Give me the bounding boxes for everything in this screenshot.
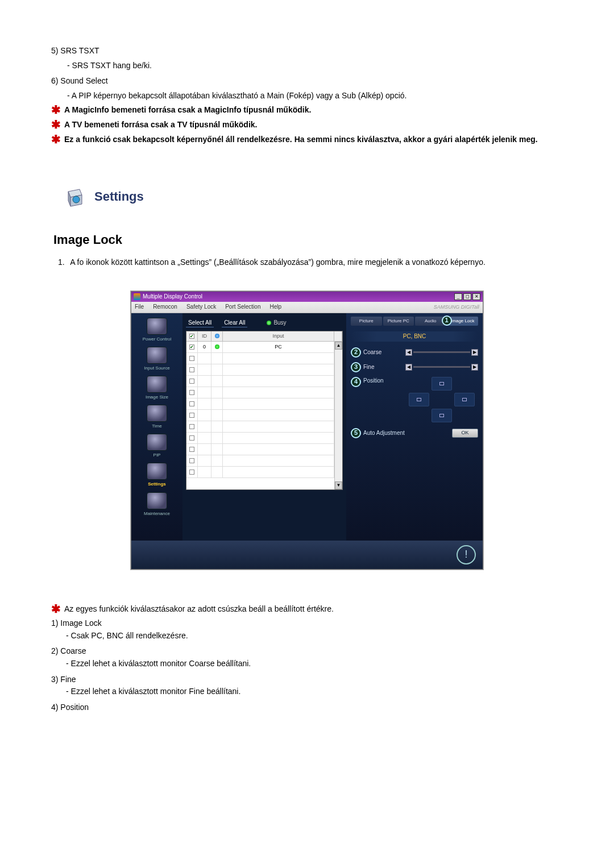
menu-safety[interactable]: Safety Lock [186,303,216,311]
desc-item-1: 1) Image Lock [51,618,563,629]
step-list: 1. A fo ikonok között kattintson a „Sett… [51,257,563,268]
settings-cube-icon [63,185,86,209]
tab-imagelock[interactable]: 1 Image Lock [447,317,479,326]
step-1-number: 1. [58,257,68,268]
position-up-button[interactable] [432,377,452,391]
app-title: Multiple Display Control [143,293,454,301]
desc-item-4: 4) Position [51,702,563,713]
desc-3-title: Fine [60,675,76,684]
desc-item-2: 2) Coarse [51,646,563,657]
star-icon: ✱ [51,106,61,114]
list-item-6: 6) Sound Select [51,76,563,87]
grid-row[interactable] [186,455,342,467]
checkbox-icon[interactable] [189,390,194,395]
position-left-button[interactable] [409,393,429,406]
checkbox-icon[interactable] [189,379,194,384]
position-left-icon [417,398,421,401]
app-sidebar: Power Control Input Source Image Size Ti… [131,313,182,541]
coarse-slider[interactable]: ◀ ▶ [405,349,478,356]
checkbox-icon [189,334,194,339]
note-slider: ✱ Az egyes funkciók kiválasztásakor az a… [51,604,563,615]
app-titlebar: Multiple Display Control _ ◻ ✕ [131,292,483,302]
app-status-strip: ! [131,541,483,569]
checkbox-icon[interactable] [189,424,194,429]
checkbox-icon[interactable] [189,367,194,372]
checkbox-icon[interactable] [189,435,194,441]
app-main: Power Control Input Source Image Size Ti… [131,313,483,541]
sidebar-item-size[interactable]: Image Size [132,373,181,402]
menu-help[interactable]: Help [269,303,281,311]
desc-1-number: 1) [51,618,58,628]
grid-header-input: Input [223,331,334,341]
menu-file[interactable]: File [135,303,144,311]
time-icon [147,405,167,422]
settings-heading: Settings [94,188,144,206]
grid-header-scroll [334,331,342,341]
scroll-up-icon[interactable]: ▲ [335,342,342,350]
checkbox-icon[interactable] [189,356,194,361]
display-grid: ID Input 0 PC [186,331,343,490]
desc-4-number: 4) [51,703,58,712]
tab-picturepc[interactable]: Picture PC [383,317,414,326]
grid-row[interactable]: 0 PC [186,342,342,353]
grid-row[interactable] [186,353,342,364]
note-poweron-text: Ez a funkció csak bekapcsolt képernyőnél… [64,134,538,146]
minimize-button[interactable]: _ [454,293,462,300]
desc-1-sub: - Csak PC, BNC áll rendelkezésre. [51,630,563,642]
menu-remocon[interactable]: Remocon [153,303,177,311]
app-icon [134,293,140,300]
fine-slider[interactable]: ◀ ▶ [405,364,478,371]
sidebar-label-maintenance: Maintenance [132,510,181,517]
menu-port[interactable]: Port Selection [225,303,260,311]
sidebar-item-settings[interactable]: Settings [132,460,181,489]
slider-track[interactable] [413,366,470,368]
grid-scrollbar[interactable]: ▲ ▼ [334,342,342,489]
status-icon [215,334,219,338]
position-row: 4 Position [351,377,478,422]
sidebar-item-maintenance[interactable]: Maintenance [132,490,181,519]
scroll-down-icon[interactable]: ▼ [335,481,342,489]
grid-row[interactable] [186,421,342,433]
arrow-right-icon[interactable]: ▶ [471,364,478,371]
checkbox-icon[interactable] [189,401,194,406]
grid-row[interactable] [186,467,342,478]
grid-row[interactable] [186,398,342,410]
item-5-desc: - SRS TSXT hang be/ki. [51,60,563,72]
clear-all-button[interactable]: Clear All [222,319,247,327]
busy-label: Busy [273,319,286,327]
close-button[interactable]: ✕ [472,293,480,300]
note-poweron: ✱ Ez a funkció csak bekapcsolt képernyőn… [51,134,563,146]
grid-row[interactable] [186,387,342,398]
select-all-button[interactable]: Select All [186,319,214,327]
checkbox-icon[interactable] [189,447,194,452]
checkbox-icon[interactable] [189,458,194,463]
grid-row[interactable] [186,444,342,455]
grid-row[interactable] [186,433,342,444]
grid-row[interactable] [186,364,342,376]
sidebar-item-time[interactable]: Time [132,402,181,431]
checkbox-icon[interactable] [189,344,194,350]
top-actions: Select All Clear All Busy [186,319,343,327]
sidebar-item-pip[interactable]: PIP [132,431,181,460]
position-down-button[interactable] [432,409,452,422]
arrow-right-icon[interactable]: ▶ [471,349,478,356]
maximize-button[interactable]: ◻ [463,293,471,300]
slider-track[interactable] [413,351,470,353]
grid-row[interactable] [186,410,342,421]
sidebar-item-power[interactable]: Power Control [132,315,181,344]
arrow-left-icon[interactable]: ◀ [405,364,412,371]
position-down-icon [439,414,444,417]
busy-dot-icon [267,321,271,325]
size-icon [147,376,167,393]
app-window: Multiple Display Control _ ◻ ✕ File Remo… [131,291,483,570]
ok-button[interactable]: OK [452,429,478,438]
position-right-button[interactable] [454,393,475,406]
sidebar-item-input[interactable]: Input Source [132,344,181,373]
checkbox-icon[interactable] [189,470,194,475]
checkbox-icon[interactable] [189,413,194,418]
tab-picture[interactable]: Picture [351,317,382,326]
grid-row[interactable] [186,376,342,387]
grid-header-check [186,331,198,341]
item-5-number: 5) [51,46,58,55]
arrow-left-icon[interactable]: ◀ [405,349,412,356]
